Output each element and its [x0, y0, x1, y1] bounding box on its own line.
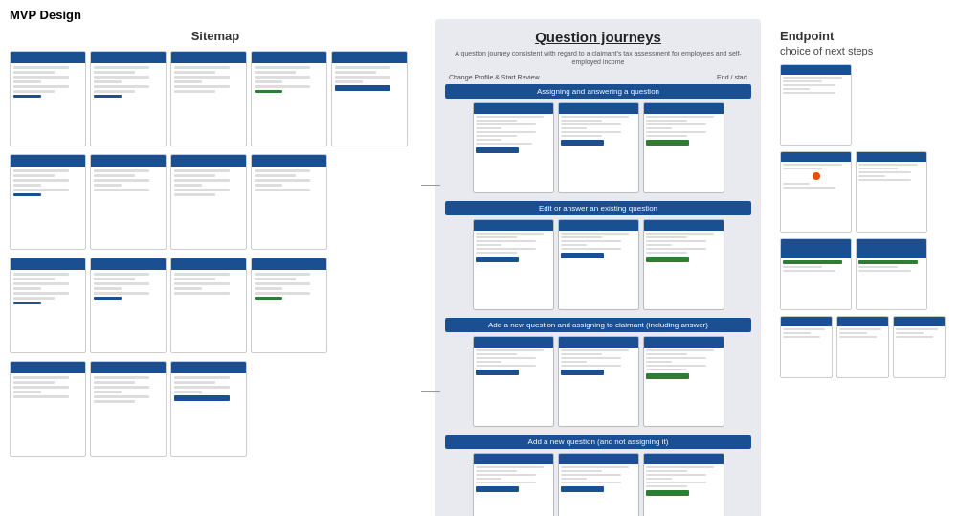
sitemap-screen-4: [251, 51, 327, 146]
journey-screens-2: [445, 219, 751, 310]
sitemap-screen-8: [170, 154, 247, 250]
endpoint-row-2: [780, 151, 971, 233]
ep-screen-7: [836, 316, 889, 378]
journey-block-3: Add a new question and assigning to clai…: [445, 318, 751, 427]
endpoint-row-1: [780, 64, 971, 146]
ep-screen-2: [780, 151, 852, 233]
journey-screen-3a: [473, 336, 554, 427]
journey-screen-2c: [643, 219, 724, 310]
endpoint-row-3: [780, 238, 971, 310]
sitemap-screen-2: [90, 51, 167, 146]
journey-block-2: Edit or answer an existing question: [445, 201, 751, 310]
ep-screen-4: [780, 238, 852, 310]
journey-end-label: End / start: [717, 74, 747, 80]
connector-line-2: [421, 391, 440, 392]
sitemap-screen-9: [251, 154, 327, 250]
journey-block-1: Assigning and answering a question: [445, 84, 751, 193]
journey-screens-1: [445, 102, 751, 193]
journey-screens-4: [445, 453, 751, 516]
journey-block-4: Add a new question (and not assigning it…: [445, 435, 751, 516]
sitemap-screen-1: [10, 51, 86, 146]
sitemap-row-2: [10, 154, 327, 250]
ep-screen-6: [780, 316, 833, 378]
endpoint-subtitle: choice of next steps: [780, 45, 971, 56]
sitemap-label: Sitemap: [10, 29, 421, 43]
sitemap-screen-15: [90, 361, 167, 457]
connector-line-1: [421, 185, 440, 186]
sitemap-screen-11: [90, 258, 167, 353]
sitemap-screen-13: [251, 258, 327, 353]
journey-screen-1a: [473, 102, 554, 193]
journey-header-1: Assigning and answering a question: [445, 84, 751, 99]
journey-screen-1c: [643, 102, 724, 193]
journey-screens-3: [445, 336, 751, 427]
journey-screen-3c: [643, 336, 724, 427]
sitemap-section: Sitemap: [10, 29, 421, 460]
sitemap-screen-7: [90, 154, 167, 250]
sitemap-screen-6: [10, 154, 86, 250]
sitemap-screen-3: [170, 51, 247, 146]
question-journeys-section: Question journeys A question journey con…: [435, 19, 761, 516]
sitemap-screen-14: [10, 361, 86, 457]
ep-screen-3: [856, 151, 927, 233]
qj-subtitle: A question journey consistent with regar…: [445, 49, 751, 66]
journey-header-3: Add a new question and assigning to clai…: [445, 318, 751, 332]
journey-screen-4c: [643, 453, 724, 516]
journey-screen-3b: [558, 336, 639, 427]
page-title: MVP Design: [10, 8, 81, 22]
journey-screen-4a: [473, 453, 554, 516]
sitemap-screen-12: [170, 258, 247, 353]
sitemap-row-1: [10, 51, 408, 146]
endpoint-section: Endpoint choice of next steps: [780, 29, 971, 378]
endpoint-row-4: [780, 316, 971, 378]
endpoint-screens: [780, 64, 971, 378]
journey-screen-1b: [558, 102, 639, 193]
journey-header-2: Edit or answer an existing question: [445, 201, 751, 215]
sitemap-row-3: [10, 258, 327, 353]
ep-screen-5: [856, 238, 927, 310]
journey-header-4: Add a new question (and not assigning it…: [445, 435, 751, 449]
sitemap-grid: [10, 51, 421, 460]
journey-screen-2a: [473, 219, 554, 310]
ep-screen-1: [780, 64, 852, 146]
sitemap-screen-10: [10, 258, 86, 353]
endpoint-title: Endpoint: [780, 29, 971, 43]
journey-screen-4b: [558, 453, 639, 516]
sitemap-row-4: [10, 361, 247, 457]
sitemap-screen-5: [331, 51, 408, 146]
qj-title: Question journeys: [445, 29, 751, 45]
ep-screen-8: [893, 316, 946, 378]
journey-steps-label: Change Profile & Start Review: [449, 74, 540, 80]
journey-screen-2b: [558, 219, 639, 310]
sitemap-screen-16: [170, 361, 247, 457]
